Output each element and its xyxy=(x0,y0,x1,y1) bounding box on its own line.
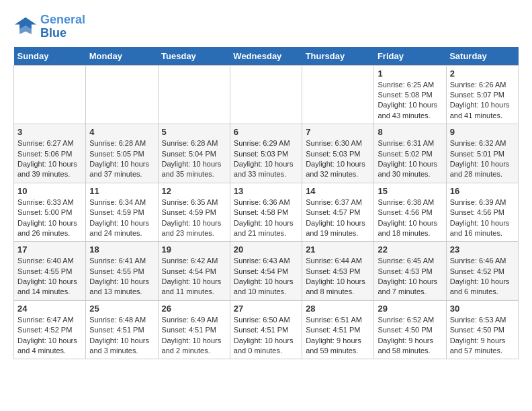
calendar-cell: 6Sunrise: 6:29 AMSunset: 5:03 PMDaylight… xyxy=(230,124,302,183)
calendar-cell: 9Sunrise: 6:32 AMSunset: 5:01 PMDaylight… xyxy=(446,124,518,183)
day-number: 24 xyxy=(17,304,82,314)
calendar-weekday-thursday: Thursday xyxy=(302,47,374,66)
day-number: 14 xyxy=(306,186,370,196)
day-info: Sunrise: 6:25 AMSunset: 5:08 PMDaylight:… xyxy=(378,80,442,122)
day-number: 17 xyxy=(17,244,82,255)
calendar-cell: 27Sunrise: 6:50 AMSunset: 4:51 PMDayligh… xyxy=(230,300,302,359)
day-info: Sunrise: 6:28 AMSunset: 5:04 PMDaylight:… xyxy=(162,138,226,180)
day-info: Sunrise: 6:41 AMSunset: 4:55 PMDaylight:… xyxy=(89,256,154,298)
calendar-week-row: 24Sunrise: 6:47 AMSunset: 4:52 PMDayligh… xyxy=(14,300,519,359)
calendar-cell xyxy=(302,65,374,124)
day-info: Sunrise: 6:27 AMSunset: 5:06 PMDaylight:… xyxy=(17,138,82,180)
day-info: Sunrise: 6:50 AMSunset: 4:51 PMDaylight:… xyxy=(234,315,298,357)
calendar-cell: 7Sunrise: 6:30 AMSunset: 5:03 PMDaylight… xyxy=(302,124,374,183)
day-info: Sunrise: 6:53 AMSunset: 4:50 PMDaylight:… xyxy=(450,315,515,357)
day-number: 19 xyxy=(162,244,226,255)
calendar-cell: 10Sunrise: 6:33 AMSunset: 5:00 PMDayligh… xyxy=(14,183,86,242)
day-number: 23 xyxy=(450,244,515,255)
day-number: 15 xyxy=(378,186,442,196)
day-number: 13 xyxy=(234,186,298,196)
day-info: Sunrise: 6:26 AMSunset: 5:07 PMDaylight:… xyxy=(450,80,515,122)
calendar-cell: 28Sunrise: 6:51 AMSunset: 4:51 PMDayligh… xyxy=(302,300,374,359)
calendar-table: SundayMondayTuesdayWednesdayThursdayFrid… xyxy=(13,47,519,360)
calendar-cell: 2Sunrise: 6:26 AMSunset: 5:07 PMDaylight… xyxy=(446,65,518,124)
calendar-week-row: 3Sunrise: 6:27 AMSunset: 5:06 PMDaylight… xyxy=(14,124,519,183)
day-number: 9 xyxy=(450,127,515,137)
calendar-cell xyxy=(86,65,158,124)
calendar-cell: 18Sunrise: 6:41 AMSunset: 4:55 PMDayligh… xyxy=(86,242,158,301)
calendar-cell: 17Sunrise: 6:40 AMSunset: 4:55 PMDayligh… xyxy=(14,242,86,301)
calendar-cell: 3Sunrise: 6:27 AMSunset: 5:06 PMDaylight… xyxy=(14,124,86,183)
day-info: Sunrise: 6:31 AMSunset: 5:02 PMDaylight:… xyxy=(378,138,442,180)
day-info: Sunrise: 6:30 AMSunset: 5:03 PMDaylight:… xyxy=(306,138,370,180)
calendar-cell: 11Sunrise: 6:34 AMSunset: 4:59 PMDayligh… xyxy=(86,183,158,242)
day-number: 10 xyxy=(17,186,82,196)
day-info: Sunrise: 6:34 AMSunset: 4:59 PMDaylight:… xyxy=(89,197,154,239)
day-info: Sunrise: 6:45 AMSunset: 4:53 PMDaylight:… xyxy=(378,256,442,298)
day-number: 3 xyxy=(17,127,82,137)
calendar-cell: 23Sunrise: 6:46 AMSunset: 4:52 PMDayligh… xyxy=(446,242,518,301)
calendar-cell xyxy=(14,65,86,124)
calendar-cell xyxy=(158,65,230,124)
logo: General Blue xyxy=(13,13,85,40)
day-number: 6 xyxy=(234,127,298,137)
day-info: Sunrise: 6:36 AMSunset: 4:58 PMDaylight:… xyxy=(234,197,298,239)
calendar-cell: 19Sunrise: 6:42 AMSunset: 4:54 PMDayligh… xyxy=(158,242,230,301)
calendar-header-row: SundayMondayTuesdayWednesdayThursdayFrid… xyxy=(14,47,519,66)
calendar-weekday-monday: Monday xyxy=(86,47,158,66)
day-number: 11 xyxy=(89,186,154,196)
day-number: 12 xyxy=(162,186,226,196)
day-number: 18 xyxy=(89,244,154,255)
day-number: 5 xyxy=(162,127,226,137)
day-number: 1 xyxy=(378,68,442,79)
calendar-weekday-wednesday: Wednesday xyxy=(230,47,302,66)
calendar-cell: 26Sunrise: 6:49 AMSunset: 4:51 PMDayligh… xyxy=(158,300,230,359)
calendar-cell: 20Sunrise: 6:43 AMSunset: 4:54 PMDayligh… xyxy=(230,242,302,301)
day-info: Sunrise: 6:40 AMSunset: 4:55 PMDaylight:… xyxy=(17,256,82,298)
calendar-week-row: 17Sunrise: 6:40 AMSunset: 4:55 PMDayligh… xyxy=(14,242,519,301)
day-number: 16 xyxy=(450,186,515,196)
calendar-weekday-friday: Friday xyxy=(374,47,446,66)
calendar-cell: 22Sunrise: 6:45 AMSunset: 4:53 PMDayligh… xyxy=(374,242,446,301)
calendar-cell: 4Sunrise: 6:28 AMSunset: 5:05 PMDaylight… xyxy=(86,124,158,183)
calendar-cell: 25Sunrise: 6:48 AMSunset: 4:51 PMDayligh… xyxy=(86,300,158,359)
calendar-cell: 21Sunrise: 6:44 AMSunset: 4:53 PMDayligh… xyxy=(302,242,374,301)
day-info: Sunrise: 6:28 AMSunset: 5:05 PMDaylight:… xyxy=(89,138,154,180)
calendar-weekday-sunday: Sunday xyxy=(14,47,86,66)
calendar-week-row: 10Sunrise: 6:33 AMSunset: 5:00 PMDayligh… xyxy=(14,183,519,242)
day-number: 4 xyxy=(89,127,154,137)
day-info: Sunrise: 6:29 AMSunset: 5:03 PMDaylight:… xyxy=(234,138,298,180)
calendar-cell: 15Sunrise: 6:38 AMSunset: 4:56 PMDayligh… xyxy=(374,183,446,242)
day-info: Sunrise: 6:47 AMSunset: 4:52 PMDaylight:… xyxy=(17,315,82,357)
day-info: Sunrise: 6:43 AMSunset: 4:54 PMDaylight:… xyxy=(234,256,298,298)
day-info: Sunrise: 6:48 AMSunset: 4:51 PMDaylight:… xyxy=(89,315,154,357)
calendar-cell: 8Sunrise: 6:31 AMSunset: 5:02 PMDaylight… xyxy=(374,124,446,183)
calendar-cell xyxy=(230,65,302,124)
day-info: Sunrise: 6:51 AMSunset: 4:51 PMDaylight:… xyxy=(306,315,370,357)
calendar-cell: 24Sunrise: 6:47 AMSunset: 4:52 PMDayligh… xyxy=(14,300,86,359)
calendar-cell: 12Sunrise: 6:35 AMSunset: 4:59 PMDayligh… xyxy=(158,183,230,242)
logo-icon xyxy=(13,16,38,38)
calendar-weekday-saturday: Saturday xyxy=(446,47,518,66)
day-number: 2 xyxy=(450,68,515,79)
day-info: Sunrise: 6:33 AMSunset: 5:00 PMDaylight:… xyxy=(17,197,82,239)
day-number: 30 xyxy=(450,304,515,314)
day-number: 8 xyxy=(378,127,442,137)
day-info: Sunrise: 6:49 AMSunset: 4:51 PMDaylight:… xyxy=(162,315,226,357)
day-info: Sunrise: 6:39 AMSunset: 4:56 PMDaylight:… xyxy=(450,197,515,239)
calendar-cell: 1Sunrise: 6:25 AMSunset: 5:08 PMDaylight… xyxy=(374,65,446,124)
calendar-cell: 5Sunrise: 6:28 AMSunset: 5:04 PMDaylight… xyxy=(158,124,230,183)
calendar-week-row: 1Sunrise: 6:25 AMSunset: 5:08 PMDaylight… xyxy=(14,65,519,124)
calendar-cell: 29Sunrise: 6:52 AMSunset: 4:50 PMDayligh… xyxy=(374,300,446,359)
calendar-cell: 16Sunrise: 6:39 AMSunset: 4:56 PMDayligh… xyxy=(446,183,518,242)
calendar-cell: 14Sunrise: 6:37 AMSunset: 4:57 PMDayligh… xyxy=(302,183,374,242)
day-number: 20 xyxy=(234,244,298,255)
day-info: Sunrise: 6:42 AMSunset: 4:54 PMDaylight:… xyxy=(162,256,226,298)
day-number: 28 xyxy=(306,304,370,314)
day-number: 7 xyxy=(306,127,370,137)
day-info: Sunrise: 6:37 AMSunset: 4:57 PMDaylight:… xyxy=(306,197,370,239)
day-number: 29 xyxy=(378,304,442,314)
day-number: 27 xyxy=(234,304,298,314)
day-number: 25 xyxy=(89,304,154,314)
day-info: Sunrise: 6:32 AMSunset: 5:01 PMDaylight:… xyxy=(450,138,515,180)
